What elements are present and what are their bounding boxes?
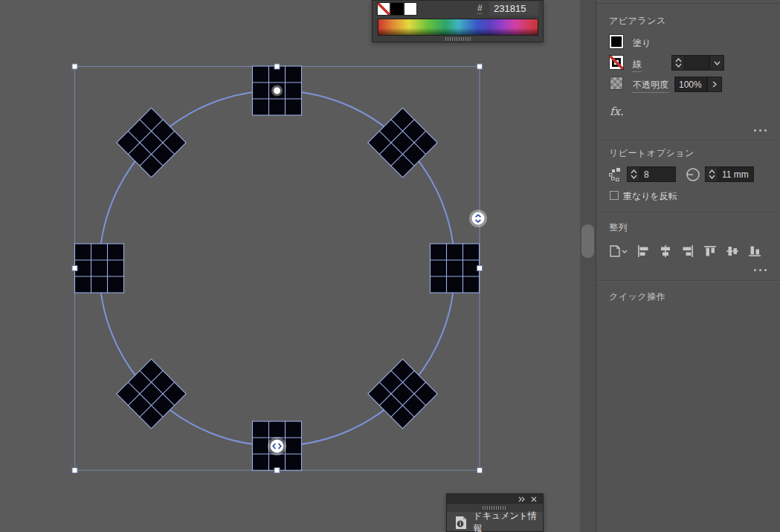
document-info-tab-label: ドキュメント情報: [473, 510, 543, 532]
hex-hash-label[interactable]: #: [477, 3, 483, 14]
collapse-to-icons-icon[interactable]: [518, 495, 526, 503]
align-v-center-icon: [726, 244, 739, 258]
quick-actions-section-title: クイック操作: [609, 291, 665, 303]
appearance-section-title: アピアランス: [609, 15, 666, 27]
handle-top-right[interactable]: [477, 64, 483, 69]
radius-input[interactable]: [718, 166, 754, 182]
chevron-right-icon: [712, 81, 717, 88]
fx-effects-button[interactable]: fx.: [610, 105, 624, 118]
tile-bottom-right[interactable]: [368, 359, 437, 428]
handle-top-left[interactable]: [72, 64, 77, 69]
document-info-panel: ドキュメント情報: [446, 493, 544, 532]
swatch-none[interactable]: [378, 3, 390, 15]
radius-stepper[interactable]: [705, 166, 718, 182]
properties-panel: アピアランス 塗り 線 不透明度 fx. リピートオプション: [596, 0, 780, 532]
opacity-swatch[interactable]: [610, 77, 622, 89]
stepper-down-icon: [631, 175, 637, 179]
align-horizontal-right-button[interactable]: [680, 244, 696, 259]
align-vertical-bottom-button[interactable]: [747, 244, 763, 259]
align-to-artboard-icon: [608, 244, 628, 258]
stroke-weight-input[interactable]: [684, 55, 709, 71]
handle-bottom-right[interactable]: [477, 468, 483, 473]
illustrator-workspace: # アピアランス 塗り 線 不透明度 fx. リピートオプション: [0, 0, 780, 532]
align-to-selector[interactable]: [607, 244, 629, 259]
instance-count-input[interactable]: [639, 166, 676, 182]
chevron-down-icon: [714, 61, 721, 65]
fill-swatch[interactable]: [610, 35, 623, 48]
align-horizontal-center-button[interactable]: [657, 244, 674, 259]
align-bottom-icon: [748, 244, 761, 258]
align-right-icon: [681, 244, 694, 258]
instance-count-widget[interactable]: [469, 210, 487, 227]
opacity-options-button[interactable]: [707, 77, 722, 92]
reverse-overlap-label[interactable]: 重なりを反転: [623, 190, 677, 203]
swatch-white[interactable]: [404, 3, 416, 15]
handle-mid-left[interactable]: [72, 266, 77, 271]
document-info-titlebar[interactable]: [447, 494, 543, 504]
vertical-scrollbar-track[interactable]: [580, 0, 596, 532]
tile-bottom-left[interactable]: [117, 359, 186, 428]
align-more-options[interactable]: [754, 267, 772, 272]
stepper-up-icon: [709, 169, 715, 174]
radius-widget[interactable]: [268, 437, 286, 455]
radial-repeat-tiles[interactable]: [75, 66, 480, 470]
handle-bottom-left[interactable]: [72, 468, 77, 473]
vertical-scrollbar-thumb[interactable]: [581, 224, 594, 258]
align-vertical-center-button[interactable]: [724, 244, 741, 259]
panel-resize-grip[interactable]: [445, 37, 472, 41]
document-info-icon: [455, 516, 466, 530]
align-left-icon: [636, 244, 650, 258]
align-vertical-top-button[interactable]: [702, 244, 718, 259]
close-icon[interactable]: [529, 495, 538, 503]
repeat-options-section-title: リピートオプション: [609, 147, 694, 160]
handle-bottom-center[interactable]: [274, 468, 280, 473]
tile-left[interactable]: [75, 244, 124, 293]
anchor-point[interactable]: [271, 85, 283, 97]
opacity-input[interactable]: [674, 77, 707, 92]
panel-top-divider: [596, 3, 780, 4]
stroke-swatch[interactable]: [610, 56, 623, 69]
appearance-more-options[interactable]: [754, 128, 772, 132]
stepper-down-icon: [709, 175, 715, 179]
handle-mid-right[interactable]: [477, 266, 483, 271]
radius-icon: [685, 166, 701, 183]
color-panel: #: [372, 0, 544, 42]
tile-top-right[interactable]: [368, 108, 437, 177]
stepper-up-icon: [631, 169, 637, 174]
tile-top-left[interactable]: [117, 108, 186, 177]
section-divider: [596, 280, 780, 281]
align-section-title: 整列: [609, 221, 628, 234]
stepper-down-icon: [675, 63, 682, 68]
section-divider: [596, 212, 780, 213]
align-h-center-icon: [659, 244, 672, 258]
handle-top-center[interactable]: [274, 64, 280, 69]
reverse-overlap-checkbox[interactable]: [610, 191, 619, 200]
stepper-up-icon: [675, 58, 682, 62]
stroke-weight-dropdown[interactable]: [709, 55, 724, 71]
align-top-icon: [703, 244, 717, 258]
opacity-label[interactable]: 不透明度: [633, 79, 668, 93]
instance-count-stepper[interactable]: [627, 166, 639, 182]
stroke-label[interactable]: 線: [633, 58, 642, 72]
instance-count-icon: [608, 167, 623, 182]
tile-right[interactable]: [431, 244, 480, 293]
color-spectrum-bar[interactable]: [378, 19, 538, 36]
align-horizontal-left-button[interactable]: [635, 244, 651, 259]
swatch-black[interactable]: [391, 3, 403, 15]
document-info-tab[interactable]: ドキュメント情報: [447, 512, 543, 532]
section-divider: [596, 140, 780, 140]
hex-value-input[interactable]: [489, 1, 538, 16]
stroke-weight-stepper[interactable]: [671, 55, 684, 71]
fill-label[interactable]: 塗り: [633, 37, 651, 50]
